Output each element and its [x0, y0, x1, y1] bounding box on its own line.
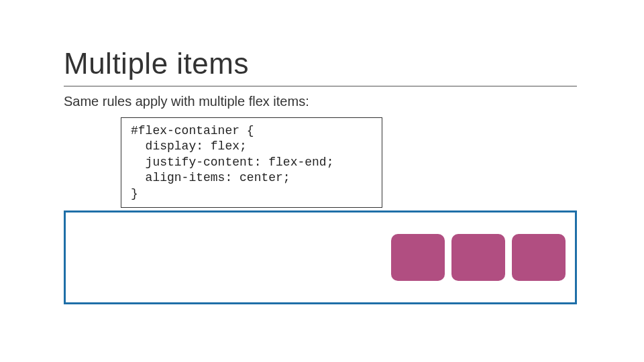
flex-demo-item: [391, 234, 445, 281]
slide: Multiple items Same rules apply with mul…: [0, 0, 644, 362]
flex-demo-item: [512, 234, 566, 281]
code-box: #flex-container { display: flex; justify…: [121, 117, 382, 208]
slide-subtitle: Same rules apply with multiple flex item…: [64, 94, 309, 109]
title-rule: [64, 86, 577, 86]
flex-demo-item: [451, 234, 505, 281]
slide-title: Multiple items: [64, 47, 249, 80]
code-block: #flex-container { display: flex; justify…: [131, 123, 372, 202]
flex-demo-container: [64, 210, 577, 304]
